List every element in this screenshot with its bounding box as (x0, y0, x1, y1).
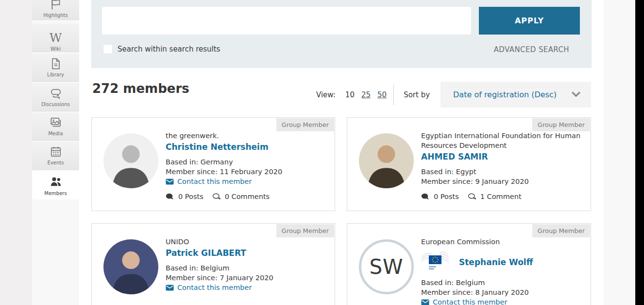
sidebar: W Highlights W Wiki W Library W Discussi… (32, 0, 79, 305)
member-organisation: Egyptian International Foundation for Hu… (421, 131, 587, 150)
contact-member-link[interactable]: Contact this member (166, 283, 331, 292)
page-left-gutter (0, 0, 32, 305)
sidebar-item-media[interactable]: W Media (32, 112, 79, 141)
member-name-link[interactable]: Patrick GILABERT (166, 247, 246, 259)
posts-icon (166, 193, 175, 200)
member-card: Group Member SW European Commission Step… (347, 223, 591, 305)
sidebar-item-members[interactable]: W Members (32, 171, 79, 199)
search-input[interactable] (102, 7, 471, 35)
member-based-in: Based in: Egypt (421, 167, 587, 177)
member-organisation: European Commission (421, 237, 587, 247)
sidebar-item-wiki[interactable]: W Wiki (32, 24, 79, 52)
member-organisation: the greenwerk. (166, 131, 331, 141)
chevron-down-icon (572, 91, 580, 98)
sidebar-item-library[interactable]: W Library (32, 54, 79, 82)
contact-member-link[interactable]: Contact this member (166, 177, 331, 186)
apply-button[interactable]: APPLY (479, 7, 580, 35)
member-since: Member since: 8 January 2020 (421, 287, 587, 297)
divider (393, 85, 394, 105)
members-count-heading: 272 members (92, 81, 189, 96)
window-edge (635, 0, 644, 305)
envelope-icon (166, 179, 174, 185)
member-based-in: Based in: Belgium (166, 263, 331, 273)
member-name-link[interactable]: Christine Nettersheim (166, 141, 269, 153)
member-avatar[interactable] (359, 133, 414, 188)
list-controls: View: 10 25 50 Sort by Date of registrat… (316, 82, 591, 108)
view-label: View: (316, 90, 336, 99)
posts-icon (421, 193, 430, 200)
member-name-link[interactable]: AHMED SAMIR (421, 150, 488, 163)
member-name-link[interactable]: Stephanie Wolff (459, 256, 533, 269)
view-option-10: 10 (345, 90, 355, 99)
member-card: Group Member UNIDO Patrick GILABERT Base… (91, 223, 335, 305)
posts-count: 0 Posts (166, 193, 203, 200)
contact-member-link[interactable]: Contact this member (421, 297, 587, 305)
view-option-25[interactable]: 25 (361, 90, 371, 99)
envelope-icon (421, 299, 429, 305)
comments-count: 0 Comments (212, 193, 270, 200)
sort-select[interactable]: Date of registration (Desc) (441, 82, 591, 108)
european-commission-logo (421, 251, 450, 274)
member-since: Member since: 7 January 2020 (166, 273, 331, 283)
wiki-icon: W (50, 32, 62, 44)
advanced-search-link[interactable]: ADVANCED SEARCH (494, 45, 569, 54)
member-avatar-initials[interactable]: SW (359, 239, 414, 294)
sort-select-value: Date of registration (Desc) (453, 90, 572, 99)
media-icon (50, 116, 62, 129)
members-page: W Highlights W Wiki W Library W Discussi… (0, 0, 644, 305)
member-card: Group Member Egyptian International Foun… (347, 117, 591, 211)
group-member-badge: Group Member (532, 224, 590, 237)
view-option-50[interactable]: 50 (377, 90, 387, 99)
flag-icon (50, 0, 62, 11)
member-organisation: UNIDO (166, 237, 331, 247)
sidebar-item-highlights[interactable]: W Highlights (32, 0, 79, 20)
document-icon (50, 57, 62, 70)
sidebar-item-discussions[interactable]: W Discussions (32, 83, 79, 111)
sidebar-item-events[interactable]: W Events (32, 142, 79, 170)
bubbles-icon (50, 87, 62, 100)
comments-icon (468, 193, 477, 200)
comments-count: 1 Comment (468, 193, 522, 200)
posts-count: 0 Posts (421, 193, 459, 200)
search-panel: APPLY Search within search results ADVAN… (91, 0, 592, 68)
sort-by-label: Sort by (404, 90, 430, 99)
search-within-results-label: Search within search results (118, 45, 220, 54)
member-card: Group Member the greenwerk. Christine Ne… (91, 117, 335, 211)
member-since: Member since: 9 January 2020 (421, 177, 587, 186)
envelope-icon (166, 285, 174, 291)
page-right-gutter (604, 0, 635, 305)
member-based-in: Based in: Germany (166, 157, 331, 167)
member-since: Member since: 11 February 2020 (166, 167, 331, 177)
member-avatar[interactable] (103, 133, 158, 188)
group-member-badge: Group Member (276, 224, 334, 237)
calendar-icon (50, 145, 62, 158)
member-avatar[interactable] (103, 239, 158, 294)
member-based-in: Based in: Belgium (421, 278, 587, 287)
members-icon (49, 175, 63, 189)
comments-icon (212, 193, 221, 200)
group-member-badge: Group Member (532, 118, 590, 131)
group-member-badge: Group Member (276, 118, 334, 131)
search-within-results-checkbox[interactable] (103, 44, 113, 54)
